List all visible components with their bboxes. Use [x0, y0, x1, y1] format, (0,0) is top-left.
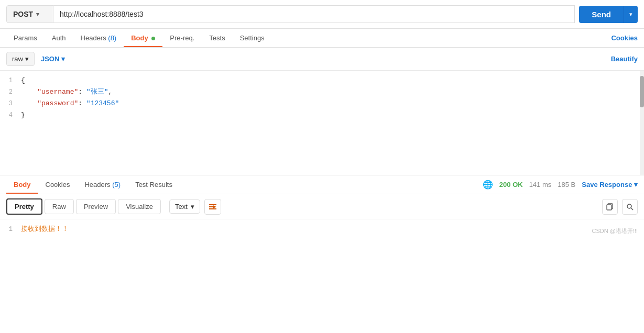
resp-tab-body[interactable]: Body: [6, 175, 38, 194]
text-format-dropdown[interactable]: Text ▾: [169, 199, 200, 214]
line-content-1: {: [21, 75, 25, 86]
line-num-2: 2: [0, 87, 21, 97]
line-content-4: }: [21, 109, 25, 121]
tab-auth[interactable]: Auth: [45, 29, 73, 47]
svg-point-5: [627, 204, 631, 208]
search-icon: [626, 203, 634, 210]
word-wrap-icon: [208, 202, 217, 212]
globe-icon: 🌐: [483, 180, 493, 190]
line-content-3: "password": "123456": [21, 98, 119, 109]
response-body: 1 接收到数据！！: [0, 219, 644, 239]
raw-chevron-icon: ▾: [25, 55, 29, 63]
send-button[interactable]: Send: [579, 6, 624, 23]
tab-headers[interactable]: Headers (8): [73, 29, 124, 47]
editor-line-3: 3 "password": "123456": [0, 98, 644, 109]
method-select[interactable]: POST ▾: [6, 5, 53, 23]
body-active-dot: [151, 37, 155, 40]
send-chevron-button[interactable]: ▾: [624, 6, 638, 23]
fmt-pretty-button[interactable]: Pretty: [6, 198, 42, 215]
text-format-label: Text: [175, 203, 188, 210]
resp-tab-headers[interactable]: Headers (5): [77, 175, 128, 194]
code-editor[interactable]: 1 { 2 "username": "张三", 3 "password": "1…: [0, 71, 644, 175]
json-chevron-icon: ▾: [61, 55, 65, 63]
resp-headers-badge: (5): [112, 181, 121, 188]
line-num-3: 3: [0, 98, 21, 109]
tab-body[interactable]: Body: [124, 29, 162, 47]
json-label: JSON: [41, 55, 59, 63]
svg-rect-4: [607, 205, 612, 210]
search-response-button[interactable]: [622, 199, 638, 215]
editor-scrollbar-thumb: [640, 76, 644, 107]
resp-line-1: 1 接收到数据！！: [0, 224, 644, 235]
line-num-1: 1: [0, 75, 21, 86]
request-tabs: Params Auth Headers (8) Body Pre-req. Te…: [0, 29, 644, 48]
line-content-2: "username": "张三",: [21, 86, 112, 98]
line-num-4: 4: [0, 110, 21, 120]
method-label: POST: [13, 10, 33, 18]
copy-icon: [606, 203, 614, 210]
method-chevron: ▾: [36, 11, 39, 18]
save-response-button[interactable]: Save Response ▾: [582, 181, 638, 188]
headers-badge: (8): [108, 34, 116, 42]
status-size: 185 B: [558, 181, 575, 188]
raw-select[interactable]: raw ▾: [6, 52, 35, 66]
response-tabs: Body Cookies Headers (5) Test Results 🌐 …: [0, 175, 644, 194]
tab-settings[interactable]: Settings: [233, 29, 272, 47]
cookies-link[interactable]: Cookies: [611, 34, 638, 42]
editor-line-2: 2 "username": "张三",: [0, 86, 644, 98]
editor-scrollbar[interactable]: [640, 71, 644, 175]
fmt-raw-button[interactable]: Raw: [45, 199, 74, 214]
status-ok: 200 OK: [499, 181, 523, 188]
resp-line-text-1: 接收到数据！！: [21, 224, 69, 235]
url-bar: POST ▾ Send ▾: [0, 0, 644, 29]
beautify-button[interactable]: Beautify: [611, 55, 638, 63]
response-status-info: 🌐 200 OK 141 ms 185 B Save Response ▾: [483, 180, 638, 190]
fmt-preview-button[interactable]: Preview: [76, 199, 116, 214]
url-input[interactable]: [53, 5, 575, 23]
resp-tab-cookies[interactable]: Cookies: [38, 175, 78, 194]
save-response-chevron-icon: ▾: [634, 181, 638, 188]
body-options-bar: raw ▾ JSON ▾ Beautify: [0, 48, 644, 71]
editor-line-4: 4 }: [0, 109, 644, 121]
text-format-chevron-icon: ▾: [191, 203, 194, 210]
editor-line-1: 1 {: [0, 75, 644, 86]
fmt-visualize-button[interactable]: Visualize: [118, 199, 161, 214]
status-time: 141 ms: [529, 181, 552, 188]
response-icons: [602, 199, 638, 215]
raw-label: raw: [12, 55, 23, 63]
tab-tests[interactable]: Tests: [202, 29, 232, 47]
tab-params[interactable]: Params: [6, 29, 45, 47]
svg-line-6: [631, 208, 634, 210]
resp-line-num-1: 1: [0, 224, 21, 235]
watermark: CSDN @塔塔开!!!: [592, 227, 638, 235]
resp-tab-test-results[interactable]: Test Results: [128, 175, 180, 194]
send-chevron-icon: ▾: [629, 11, 632, 17]
send-button-group: Send ▾: [579, 6, 638, 23]
response-format-bar: Pretty Raw Preview Visualize Text ▾: [0, 194, 644, 219]
copy-response-button[interactable]: [602, 199, 618, 215]
word-wrap-button[interactable]: [204, 199, 221, 215]
json-select[interactable]: JSON ▾: [41, 55, 65, 63]
tab-prereq[interactable]: Pre-req.: [162, 29, 202, 47]
